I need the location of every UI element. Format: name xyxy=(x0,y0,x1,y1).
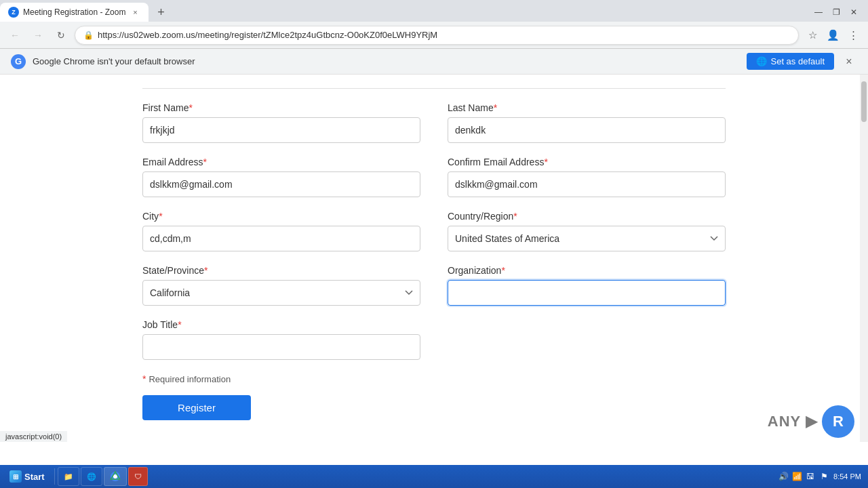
org-group: Organization* xyxy=(448,265,726,306)
country-select[interactable]: United States of America xyxy=(448,226,726,251)
status-bar: javascript:void(0) xyxy=(0,431,67,442)
email-label: Email Address* xyxy=(142,157,420,167)
city-input[interactable] xyxy=(142,226,420,251)
watermark-text: ANY ▶ xyxy=(768,413,818,430)
form-container: First Name* Last Name* xyxy=(115,75,753,434)
tab-title: Meeting Registration - Zoom xyxy=(23,7,125,17)
job-title-group: Job Title* xyxy=(142,319,420,360)
maximize-button[interactable]: ❐ xyxy=(827,5,845,19)
job-title-required-star: * xyxy=(178,319,181,330)
country-group: Country/Region* United States of America xyxy=(448,211,726,251)
page-scrollbar[interactable] xyxy=(860,75,868,442)
email-row: Email Address* Confirm Email Address* xyxy=(142,157,726,197)
tab-close-btn[interactable]: × xyxy=(130,7,140,18)
page-scroll[interactable]: First Name* Last Name* xyxy=(0,75,868,465)
city-group: City* xyxy=(142,211,420,251)
state-group: State/Province* California xyxy=(142,265,420,306)
first-name-group: First Name* xyxy=(142,102,420,143)
tab-favicon: Z xyxy=(8,7,19,18)
name-row: First Name* Last Name* xyxy=(142,102,726,143)
state-required-star: * xyxy=(204,265,208,276)
state-org-row: State/Province* California Organization* xyxy=(142,265,726,306)
org-required-star: * xyxy=(501,265,505,276)
tray-security-icon: ⚑ xyxy=(818,471,829,482)
required-note-star: * xyxy=(142,373,146,384)
notification-close-button[interactable]: × xyxy=(841,54,857,70)
confirm-email-required-star: * xyxy=(544,157,547,167)
anyrun-watermark: ANY ▶ R xyxy=(768,405,854,438)
menu-icon[interactable]: ⋮ xyxy=(844,26,863,45)
scrollbar-thumb xyxy=(861,81,867,122)
start-button[interactable]: ⊞ Start xyxy=(3,469,52,484)
toolbar-icons: ☆ 👤 ⋮ xyxy=(803,26,863,45)
city-required-star: * xyxy=(159,211,162,222)
form-divider xyxy=(142,88,726,89)
last-name-group: Last Name* xyxy=(448,102,726,143)
taskbar-item-folder[interactable]: 📁 xyxy=(58,467,79,486)
page-content: First Name* Last Name* xyxy=(0,75,868,465)
svg-point-1 xyxy=(113,474,117,479)
notification-text: Google Chrome isn't your default browser xyxy=(33,56,740,66)
new-tab-button[interactable]: + xyxy=(151,3,170,22)
city-label: City* xyxy=(142,211,420,222)
notification-bar: G Google Chrome isn't your default brows… xyxy=(0,49,868,75)
first-name-required-star: * xyxy=(189,102,192,113)
last-name-label: Last Name* xyxy=(448,102,726,113)
profile-icon[interactable]: 👤 xyxy=(823,26,842,45)
last-name-input[interactable] xyxy=(448,117,726,143)
set-default-button[interactable]: 🌐 Set as default xyxy=(747,53,835,70)
clock-time: 8:54 PM xyxy=(833,472,861,481)
register-btn-container: Register xyxy=(142,395,726,420)
address-bar-row: ← → ↻ 🔒 https://us02web.zoom.us/meeting/… xyxy=(0,22,868,49)
country-label: Country/Region* xyxy=(448,211,726,222)
start-icon: ⊞ xyxy=(9,470,22,483)
confirm-email-label: Confirm Email Address* xyxy=(448,157,726,167)
taskbar: ⊞ Start 📁 🌐 🛡 🔊 📶 🖫 ⚑ 8:54 PM xyxy=(0,465,868,488)
tray-battery-icon: 🖫 xyxy=(805,471,816,482)
url-text: https://us02web.zoom.us/meeting/register… xyxy=(98,30,790,40)
first-name-label: First Name* xyxy=(142,102,420,113)
confirm-email-group: Confirm Email Address* xyxy=(448,157,726,197)
security-lock-icon: 🔒 xyxy=(83,30,94,40)
watermark-logo-letter: R xyxy=(833,413,844,430)
clock: 8:54 PM xyxy=(833,472,861,481)
back-button[interactable]: ← xyxy=(5,26,24,45)
address-bar[interactable]: 🔒 https://us02web.zoom.us/meeting/regist… xyxy=(75,26,799,45)
minimize-button[interactable]: — xyxy=(810,5,827,19)
city-country-row: City* Country/Region* United States of A… xyxy=(142,211,726,251)
state-label: State/Province* xyxy=(142,265,420,276)
required-note: * Required information xyxy=(142,373,726,384)
taskbar-item-security[interactable]: 🛡 xyxy=(128,467,148,486)
confirm-email-input[interactable] xyxy=(448,171,726,197)
state-select[interactable]: California xyxy=(142,280,420,306)
register-button[interactable]: Register xyxy=(142,395,251,420)
set-default-globe-icon: 🌐 xyxy=(756,56,767,66)
watermark-logo: R xyxy=(822,405,854,438)
refresh-button[interactable]: ↻ xyxy=(52,26,71,45)
job-title-spacer xyxy=(448,319,726,360)
taskbar-right: 🔊 📶 🖫 ⚑ 8:54 PM xyxy=(778,471,865,482)
forward-button[interactable]: → xyxy=(28,26,47,45)
job-title-input[interactable] xyxy=(142,334,420,360)
job-title-label: Job Title* xyxy=(142,319,420,330)
first-name-input[interactable] xyxy=(142,117,420,143)
taskbar-item-ie[interactable]: 🌐 xyxy=(81,467,102,486)
country-required-star: * xyxy=(513,211,517,222)
tray-icons: 🔊 📶 🖫 ⚑ xyxy=(778,471,829,482)
chrome-logo: G xyxy=(11,54,26,69)
taskbar-items: 📁 🌐 🛡 xyxy=(58,467,776,486)
email-input[interactable] xyxy=(142,171,420,197)
email-required-star: * xyxy=(203,157,206,167)
taskbar-item-chrome[interactable] xyxy=(104,467,127,486)
window-controls: — ❐ ✕ xyxy=(810,3,868,22)
close-button[interactable]: ✕ xyxy=(845,5,863,19)
org-input[interactable] xyxy=(448,280,726,306)
tray-network-icon: 🔊 xyxy=(778,471,789,482)
browser-tab[interactable]: Z Meeting Registration - Zoom × xyxy=(0,3,149,22)
email-group: Email Address* xyxy=(142,157,420,197)
org-label: Organization* xyxy=(448,265,726,276)
bookmark-icon[interactable]: ☆ xyxy=(803,26,822,45)
job-title-row: Job Title* xyxy=(142,319,726,360)
taskbar-separator xyxy=(54,468,55,485)
tray-volume-icon: 📶 xyxy=(791,471,802,482)
